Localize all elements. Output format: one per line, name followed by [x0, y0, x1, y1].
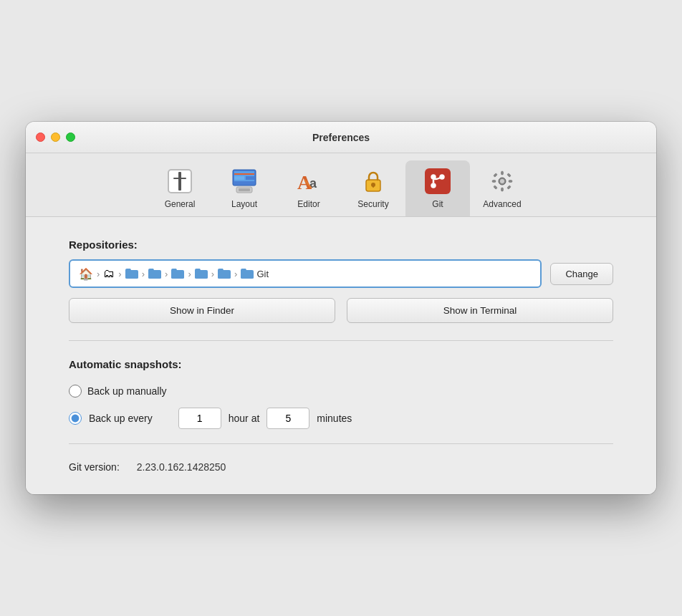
- git-version-value: 2.23.0.162.1428250: [137, 461, 226, 473]
- traffic-lights: [36, 133, 75, 142]
- security-icon: [358, 166, 388, 196]
- minimize-button[interactable]: [51, 133, 60, 142]
- layout-tab-label: Layout: [231, 199, 257, 209]
- svg-rect-27: [494, 173, 498, 178]
- minutes-input[interactable]: [266, 408, 309, 429]
- titlebar: Preferences: [26, 122, 656, 153]
- path-git-label: Git: [256, 269, 269, 279]
- git-tab-label: Git: [432, 199, 443, 209]
- sep-3: ›: [142, 269, 145, 279]
- general-icon: [165, 166, 195, 196]
- sep-1: ›: [97, 269, 100, 279]
- folder-icon-5: [218, 268, 231, 279]
- sep-6: ›: [211, 269, 214, 279]
- security-tab-label: Security: [357, 199, 388, 209]
- minutes-label: minutes: [317, 413, 352, 424]
- sep-2: ›: [118, 269, 121, 279]
- show-in-terminal-button[interactable]: Show in Terminal: [347, 298, 613, 323]
- sep-7: ›: [234, 269, 237, 279]
- path-box[interactable]: 🏠 › 🗂 › › › ›: [69, 259, 542, 288]
- backup-manually-row: Back up manually: [69, 385, 613, 398]
- preferences-window: Preferences General: [26, 122, 656, 494]
- svg-rect-2: [178, 172, 181, 191]
- backup-every-radio[interactable]: [69, 412, 82, 425]
- tab-layout[interactable]: Layout: [212, 160, 277, 216]
- tab-advanced[interactable]: Advanced: [470, 160, 534, 216]
- svg-rect-16: [425, 168, 451, 194]
- svg-rect-6: [234, 176, 244, 180]
- svg-rect-28: [507, 173, 512, 178]
- repositories-label: Repositories:: [69, 239, 613, 251]
- maximize-button[interactable]: [66, 133, 75, 142]
- folder-icon-2: [148, 268, 161, 279]
- backup-every-label: Back up every: [89, 413, 153, 424]
- hour-input[interactable]: [178, 408, 221, 429]
- path-row: 🏠 › 🗂 › › › ›: [69, 259, 613, 288]
- sep-4: ›: [165, 269, 168, 279]
- folder-icon-4: [195, 268, 208, 279]
- svg-rect-7: [246, 176, 254, 180]
- git-version-label: Git version:: [69, 461, 120, 473]
- svg-rect-25: [492, 181, 496, 183]
- advanced-tab-label: Advanced: [483, 199, 521, 209]
- layout-icon: [229, 166, 259, 196]
- backup-manually-radio[interactable]: [69, 385, 82, 398]
- show-in-finder-button[interactable]: Show in Finder: [69, 298, 335, 323]
- svg-rect-5: [234, 173, 254, 175]
- svg-rect-26: [509, 181, 512, 183]
- svg-rect-30: [507, 186, 512, 190]
- window-title: Preferences: [312, 132, 370, 143]
- general-tab-label: General: [165, 199, 196, 209]
- advanced-icon: [487, 166, 517, 196]
- tab-git[interactable]: Git: [405, 160, 470, 216]
- backup-options: hour at minutes: [178, 408, 352, 429]
- tab-security[interactable]: Security: [341, 160, 405, 216]
- editor-tab-label: Editor: [297, 199, 320, 209]
- tab-general[interactable]: General: [148, 160, 212, 216]
- svg-point-17: [431, 183, 436, 188]
- svg-rect-29: [494, 186, 498, 190]
- svg-rect-9: [239, 188, 250, 191]
- library-icon: 🗂: [103, 267, 115, 280]
- tab-editor[interactable]: A a Editor: [277, 160, 341, 216]
- hour-label: hour at: [229, 413, 260, 424]
- snapshots-label: Automatic snapshots:: [69, 358, 613, 370]
- change-button[interactable]: Change: [550, 263, 613, 285]
- svg-rect-24: [501, 188, 504, 191]
- folder-icon-1: [125, 268, 138, 279]
- svg-point-22: [500, 179, 504, 183]
- folder-icon-3: [171, 268, 184, 279]
- close-button[interactable]: [36, 133, 45, 142]
- git-version-row: Git version: 2.23.0.162.1428250: [69, 461, 613, 473]
- home-icon: 🏠: [79, 267, 93, 281]
- divider-1: [69, 340, 613, 341]
- backup-manually-label: Back up manually: [87, 385, 167, 397]
- svg-rect-15: [373, 185, 374, 188]
- sep-5: ›: [188, 269, 191, 279]
- action-buttons-row: Show in Finder Show in Terminal: [69, 298, 613, 323]
- divider-2: [69, 443, 613, 444]
- backup-every-row: Back up every hour at minutes: [69, 408, 613, 429]
- git-icon: [423, 166, 453, 196]
- svg-rect-23: [501, 171, 504, 175]
- folder-icon-git: [241, 268, 254, 279]
- main-content: Repositories: 🏠 › 🗂 › › ›: [26, 217, 656, 494]
- editor-icon: A a: [294, 166, 324, 196]
- toolbar: General Layout A: [26, 153, 656, 217]
